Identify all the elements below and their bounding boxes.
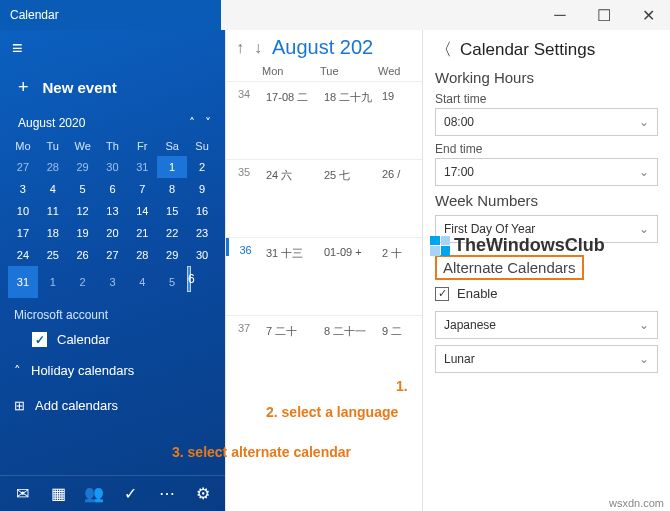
mini-day[interactable]: 3: [98, 266, 128, 298]
mini-day[interactable]: 12: [68, 200, 98, 222]
mini-day[interactable]: 28: [127, 244, 157, 266]
mini-day[interactable]: 15: [157, 200, 187, 222]
calendar-icon[interactable]: ▦: [42, 484, 74, 503]
minimize-button[interactable]: ─: [538, 0, 582, 30]
grid-month-label[interactable]: August 202: [272, 36, 373, 59]
maximize-button[interactable]: ☐: [582, 0, 626, 30]
add-calendars-row[interactable]: ⊞ Add calendars: [0, 388, 225, 423]
mini-day[interactable]: 27: [8, 156, 38, 178]
mini-day[interactable]: 23: [187, 222, 217, 244]
people-icon[interactable]: 👥: [78, 484, 110, 503]
mini-day[interactable]: 26: [68, 244, 98, 266]
mini-day[interactable]: 29: [157, 244, 187, 266]
checkbox-checked-icon[interactable]: ✓: [32, 332, 47, 347]
mini-day[interactable]: 13: [98, 200, 128, 222]
mini-day[interactable]: 1: [157, 156, 187, 178]
mini-day[interactable]: 27: [98, 244, 128, 266]
mini-day[interactable]: 16: [187, 200, 217, 222]
calendar-checkbox-row[interactable]: ✓ Calendar: [0, 326, 225, 353]
week-number: 36: [226, 238, 262, 256]
annotation-2: 2. select a language: [266, 404, 398, 420]
day-cell[interactable]: 17-08 二: [262, 82, 320, 113]
checkbox-checked-icon[interactable]: ✓: [435, 287, 449, 301]
mini-day[interactable]: 2: [68, 266, 98, 298]
mini-day[interactable]: 24: [8, 244, 38, 266]
close-button[interactable]: ✕: [626, 0, 670, 30]
day-cell[interactable]: 24 六: [262, 160, 320, 191]
settings-icon[interactable]: ⚙: [187, 484, 219, 503]
titlebar: Calendar ─ ☐ ✕: [0, 0, 670, 30]
mini-day[interactable]: 6: [187, 266, 191, 292]
prev-month-icon[interactable]: ↑: [236, 39, 244, 57]
mini-dow: Fr: [127, 136, 157, 156]
sidebar: ≡ + New event August 2020 ˄ ˅ MoTuWeThFr…: [0, 30, 225, 511]
mini-day[interactable]: 18: [38, 222, 68, 244]
mini-day[interactable]: 21: [127, 222, 157, 244]
mini-day[interactable]: 17: [8, 222, 38, 244]
new-event-button[interactable]: + New event: [0, 67, 225, 116]
mini-dow: Mo: [8, 136, 38, 156]
language-value: Japanese: [444, 318, 496, 332]
hamburger-icon[interactable]: ≡: [0, 30, 225, 67]
mini-calendar: MoTuWeThFrSaSu27282930311234567891011121…: [0, 136, 225, 298]
next-month-icon[interactable]: ↓: [254, 39, 262, 57]
mini-day[interactable]: 9: [187, 178, 217, 200]
chevron-down-icon: ⌄: [639, 352, 649, 366]
mini-day[interactable]: 28: [38, 156, 68, 178]
chevron-down-icon: ⌄: [639, 222, 649, 236]
week-numbers-heading: Week Numbers: [435, 192, 658, 209]
mini-day[interactable]: 7: [127, 178, 157, 200]
settings-panel: 〈 Calendar Settings Working Hours Start …: [422, 30, 670, 511]
grid-dow: Mon: [262, 65, 320, 77]
mini-day[interactable]: 14: [127, 200, 157, 222]
mini-day[interactable]: 6: [98, 178, 128, 200]
mini-month-year[interactable]: August 2020: [18, 116, 189, 130]
holiday-calendars-row[interactable]: ˄ Holiday calendars: [0, 353, 225, 388]
alternate-calendars-heading: Alternate Calendars: [435, 255, 584, 280]
back-icon[interactable]: 〈: [435, 38, 452, 61]
mini-day[interactable]: 2: [187, 156, 217, 178]
mini-day[interactable]: 19: [68, 222, 98, 244]
end-time-select[interactable]: 17:00 ⌄: [435, 158, 658, 186]
language-select[interactable]: Japanese ⌄: [435, 311, 658, 339]
alternate-calendar-select[interactable]: Lunar ⌄: [435, 345, 658, 373]
day-cell[interactable]: 25 七: [320, 160, 378, 191]
mini-day[interactable]: 10: [8, 200, 38, 222]
week-numbers-select[interactable]: First Day Of Year ⌄: [435, 215, 658, 243]
mini-prev-icon[interactable]: ˄: [189, 116, 195, 130]
start-time-label: Start time: [435, 92, 658, 106]
mini-day[interactable]: 30: [98, 156, 128, 178]
holiday-calendars-label: Holiday calendars: [31, 363, 134, 378]
alternate-calendar-value: Lunar: [444, 352, 475, 366]
mini-day[interactable]: 25: [38, 244, 68, 266]
mini-day[interactable]: 3: [8, 178, 38, 200]
day-cell[interactable]: 18 二十九: [320, 82, 378, 113]
mini-day[interactable]: 5: [157, 266, 187, 298]
mini-day[interactable]: 20: [98, 222, 128, 244]
enable-checkbox-row[interactable]: ✓ Enable: [435, 286, 658, 301]
mini-day[interactable]: 31: [8, 266, 38, 298]
day-cell[interactable]: 31 十三: [262, 238, 320, 269]
mini-next-icon[interactable]: ˅: [205, 116, 211, 130]
mail-icon[interactable]: ✉: [6, 484, 38, 503]
mini-day[interactable]: 11: [38, 200, 68, 222]
mini-day[interactable]: 30: [187, 244, 217, 266]
mini-day[interactable]: 1: [38, 266, 68, 298]
mini-day[interactable]: 31: [127, 156, 157, 178]
account-label[interactable]: Microsoft account: [0, 298, 225, 326]
mini-day[interactable]: 29: [68, 156, 98, 178]
start-time-select[interactable]: 08:00 ⌄: [435, 108, 658, 136]
mini-day[interactable]: 4: [127, 266, 157, 298]
mini-day[interactable]: 22: [157, 222, 187, 244]
day-cell[interactable]: 8 二十一: [320, 316, 378, 347]
app-title: Calendar: [0, 8, 538, 22]
more-icon[interactable]: ⋯: [151, 484, 183, 503]
day-cell[interactable]: 01-09 +: [320, 238, 378, 266]
todo-icon[interactable]: ✓: [115, 484, 147, 503]
source-label: wsxdn.com: [609, 497, 664, 509]
mini-day[interactable]: 4: [38, 178, 68, 200]
mini-day[interactable]: 8: [157, 178, 187, 200]
day-cell[interactable]: 7 二十: [262, 316, 320, 347]
mini-dow: Sa: [157, 136, 187, 156]
mini-day[interactable]: 5: [68, 178, 98, 200]
